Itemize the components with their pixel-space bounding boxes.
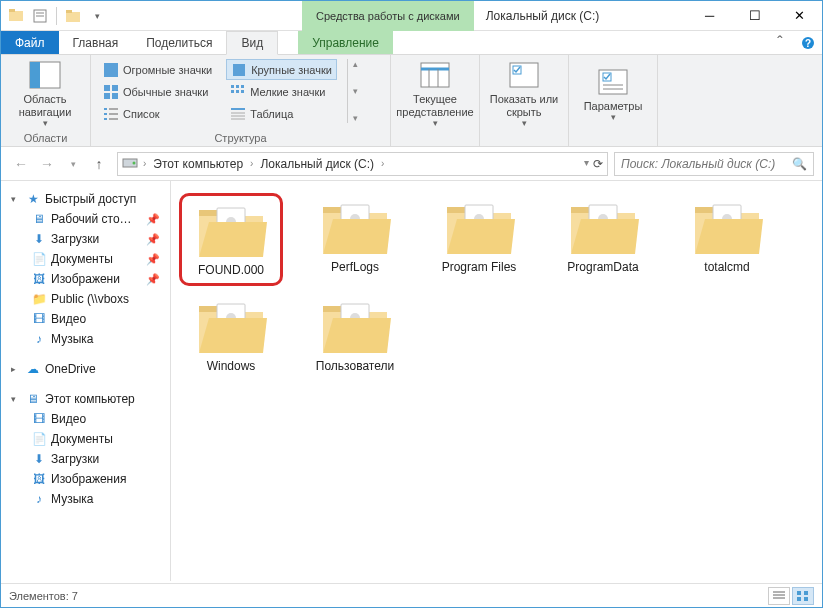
svg-rect-33 [421,63,449,87]
svg-rect-27 [104,118,107,120]
chevron-right-icon[interactable]: › [378,158,387,169]
onedrive-icon: ☁ [25,361,41,377]
tree-this-pc[interactable]: ▾🖥Этот компьютер [1,389,170,409]
back-button[interactable]: ← [9,152,33,176]
tab-home[interactable]: Главная [59,31,133,54]
tree-documents2[interactable]: 📄Документы [1,429,170,449]
chevron-right-icon[interactable]: › [247,158,256,169]
folder-icon [443,199,515,255]
downloads-icon: ⬇ [31,231,47,247]
ribbon-group-layout-label: Структура [99,130,382,144]
svg-rect-10 [30,62,40,88]
tree-documents[interactable]: 📄Документы📌 [1,249,170,269]
tab-share[interactable]: Поделиться [132,31,226,54]
search-icon[interactable]: 🔍 [792,157,807,171]
folder-item[interactable]: Пользователи [303,292,407,379]
forward-button[interactable]: → [35,152,59,176]
view-details-toggle[interactable] [768,587,790,605]
help-icon[interactable]: ? [794,31,822,54]
qat-dropdown-icon[interactable]: ▾ [86,5,108,27]
tree-music2[interactable]: ♪Музыка [1,489,170,509]
folder-icon [691,199,763,255]
tree-music[interactable]: ♪Музыка [1,329,170,349]
tree-pictures2[interactable]: 🖼Изображения [1,469,170,489]
ribbon-group-panes-label: Области [9,130,82,144]
address-dropdown-icon[interactable]: ▾ [584,157,589,171]
desktop-icon: 🖥 [31,211,47,227]
tree-downloads2[interactable]: ⬇Загрузки [1,449,170,469]
folder-label: ProgramData [567,261,638,274]
close-button[interactable]: ✕ [777,1,822,30]
minimize-button[interactable]: ─ [687,1,732,30]
svg-rect-22 [241,90,244,93]
tab-view[interactable]: Вид [226,31,278,55]
pin-icon: 📌 [146,213,166,226]
tree-downloads[interactable]: ⬇Загрузки📌 [1,229,170,249]
svg-rect-26 [109,113,118,115]
refresh-icon[interactable]: ⟳ [593,157,603,171]
tab-manage[interactable]: Управление [298,31,393,54]
breadcrumb-drive[interactable]: Локальный диск (C:) [258,157,376,171]
folder-item[interactable]: ProgramData [551,193,655,286]
show-hide-button[interactable]: Показать или скрыть▾ [488,59,560,129]
layout-small-icons[interactable]: Мелкие значки [226,81,337,102]
folder-icon [319,199,391,255]
folder-icon [567,199,639,255]
svg-rect-0 [9,11,23,21]
qat-newfolder-icon[interactable] [62,5,84,27]
folder-view[interactable]: FOUND.000PerfLogsProgram FilesProgramDat… [171,181,822,581]
svg-rect-13 [104,85,110,91]
folder-item[interactable]: FOUND.000 [179,193,283,286]
folder-item[interactable]: Program Files [427,193,531,286]
layout-medium-icons[interactable]: Обычные значки [99,81,216,102]
tab-file[interactable]: Файл [1,31,59,54]
svg-rect-20 [231,90,234,93]
maximize-button[interactable]: ☐ [732,1,777,30]
tree-quick-access[interactable]: ▾★Быстрый доступ [1,189,170,209]
qat-properties-icon[interactable] [29,5,51,27]
downloads-icon: ⬇ [31,451,47,467]
pin-icon: 📌 [146,233,166,246]
current-view-label: Текущее представление [396,93,473,118]
folder-item[interactable]: Windows [179,292,283,379]
svg-rect-37 [510,63,538,87]
documents-icon: 📄 [31,431,47,447]
recent-locations-icon[interactable]: ▾ [61,152,85,176]
navigation-pane-button[interactable]: Область навигации ▾ [9,59,81,129]
layout-list[interactable]: Список [99,103,216,124]
address-bar[interactable]: › Этот компьютер › Локальный диск (C:) ›… [117,152,608,176]
tree-desktop[interactable]: 🖥Рабочий сто…📌 [1,209,170,229]
search-box[interactable]: 🔍 [614,152,814,176]
network-folder-icon: 📁 [31,291,47,307]
svg-rect-78 [797,597,801,601]
system-menu-icon[interactable] [5,5,27,27]
tree-videos2[interactable]: 🎞Видео [1,409,170,429]
up-button[interactable]: ↑ [87,152,111,176]
current-view-button[interactable]: Текущее представление▾ [399,59,471,129]
options-button[interactable]: Параметры▾ [577,59,649,129]
svg-rect-15 [104,93,110,99]
drive-icon [122,155,138,172]
search-input[interactable] [621,157,792,171]
tree-onedrive[interactable]: ▸☁OneDrive [1,359,170,379]
tree-pictures[interactable]: 🖼Изображени📌 [1,269,170,289]
navigation-tree[interactable]: ▾★Быстрый доступ 🖥Рабочий сто…📌 ⬇Загрузк… [1,181,171,581]
svg-point-44 [133,162,136,165]
show-hide-label: Показать или скрыть [488,93,560,118]
star-icon: ★ [25,191,41,207]
folder-icon [195,298,267,354]
layout-huge-icons[interactable]: Огромные значки [99,59,216,80]
folder-item[interactable]: PerfLogs [303,193,407,286]
layout-details[interactable]: Таблица [226,103,337,124]
svg-rect-24 [109,108,118,110]
breadcrumb-root[interactable]: Этот компьютер [151,157,245,171]
chevron-right-icon[interactable]: › [140,158,149,169]
layout-large-icons[interactable]: Крупные значки [226,59,337,80]
tree-network-share[interactable]: 📁Public (\\vboxs [1,289,170,309]
layout-gallery-scroll[interactable]: ▴▾▾ [347,59,361,123]
collapse-ribbon-icon[interactable]: ˆ [766,31,794,54]
tree-videos[interactable]: 🎞Видео [1,309,170,329]
navigation-pane-label: Область навигации [9,93,81,118]
folder-item[interactable]: totalcmd [675,193,779,286]
view-large-icons-toggle[interactable] [792,587,814,605]
